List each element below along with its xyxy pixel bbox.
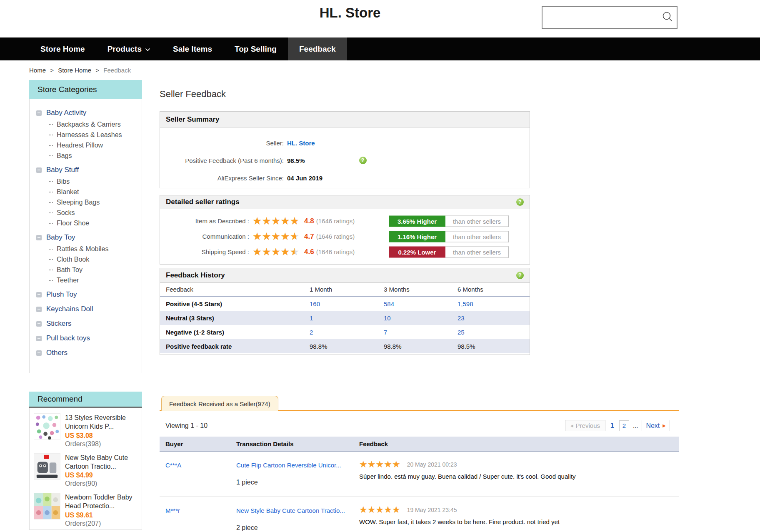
history-count-link[interactable]: 23 bbox=[458, 315, 530, 322]
seller-summary-panel: Seller Summary Seller: HL. Store Positiv… bbox=[160, 111, 530, 188]
sidebar-subcategory[interactable]: Sleeping Bags bbox=[57, 199, 100, 206]
sidebar-category-baby-toy[interactable]: Baby Toy bbox=[46, 233, 75, 242]
history-row-rate: Positive feedback rate 98.8% 98.8% 98.5% bbox=[160, 339, 530, 353]
collapse-icon[interactable] bbox=[36, 321, 42, 327]
transaction-link[interactable]: Cute Flip Cartoon Reversible Unicor... bbox=[236, 462, 341, 469]
sidebar-category-others[interactable]: Others bbox=[46, 349, 68, 357]
history-rate-value: 98.5% bbox=[458, 343, 530, 350]
history-count-link[interactable]: 1 bbox=[310, 315, 384, 322]
star-rating bbox=[252, 216, 299, 226]
feedback-date: 20 May 2021 00:23 bbox=[407, 461, 457, 468]
dash-icon bbox=[49, 181, 53, 182]
sidebar-category-stickers[interactable]: Stickers bbox=[46, 320, 71, 328]
page-button-2[interactable]: 2 bbox=[619, 420, 629, 431]
search-button[interactable] bbox=[658, 7, 677, 28]
sidebar-subcategory[interactable]: Rattles & Mobiles bbox=[57, 245, 109, 253]
product-thumbnail[interactable] bbox=[34, 493, 60, 520]
sidebar-category-baby-stuff[interactable]: Baby Stuff bbox=[46, 166, 79, 174]
dash-icon bbox=[49, 249, 53, 250]
history-count-link[interactable]: 10 bbox=[384, 315, 458, 322]
collapse-icon[interactable] bbox=[36, 350, 42, 356]
breadcrumb-home[interactable]: Home bbox=[29, 67, 46, 74]
sidebar-subcategory[interactable]: Teether bbox=[57, 277, 79, 284]
history-count-link[interactable]: 25 bbox=[458, 329, 530, 336]
feedback-row: M***r New Style Baby Cute Cartoon Tracti… bbox=[160, 497, 679, 532]
sidebar-subcategory[interactable]: Backpacks & Carriers bbox=[57, 121, 121, 128]
search-box bbox=[542, 6, 678, 29]
help-icon[interactable]: ? bbox=[516, 272, 524, 279]
help-icon[interactable]: ? bbox=[516, 198, 524, 206]
summary-row-positive-feedback: Positive Feedback (Past 6 months): 98.5%… bbox=[160, 152, 530, 169]
sidebar-category-pull-back-toys[interactable]: Pull back toys bbox=[46, 334, 90, 342]
breadcrumb-store-home[interactable]: Store Home bbox=[58, 67, 91, 74]
sidebar-subcategory[interactable]: Cloth Book bbox=[57, 256, 89, 263]
pagination-divider bbox=[642, 420, 642, 431]
dash-icon bbox=[49, 212, 53, 213]
product-name[interactable]: 13 Styles Reversible Unicorn Kids P... bbox=[65, 413, 138, 431]
store-categories-title: Store Categories bbox=[29, 80, 142, 99]
collapse-icon[interactable] bbox=[36, 110, 42, 116]
row-label: Negative (1-2 Stars) bbox=[166, 329, 310, 336]
recommend-product[interactable]: Newborn Toddler Baby Head Protectio... U… bbox=[34, 493, 138, 527]
collapse-icon[interactable] bbox=[36, 167, 42, 173]
feedback-comment: WOW. Super fast, it takes 2 weeks to be … bbox=[359, 518, 679, 525]
recommend-product[interactable]: 13 Styles Reversible Unicorn Kids P... U… bbox=[34, 413, 138, 448]
history-row-positive: Positive (4-5 Stars) 160 584 1,598 bbox=[160, 297, 530, 311]
previous-button[interactable]: ◀Previous bbox=[565, 420, 605, 431]
transaction-link[interactable]: New Style Baby Cute Cartoon Tractio... bbox=[236, 507, 345, 514]
sidebar-category-plush-toy[interactable]: Plush Toy bbox=[46, 290, 77, 299]
viewing-range: Viewing 1 - 10 bbox=[165, 422, 208, 430]
seller-name-link[interactable]: HL. Store bbox=[287, 140, 315, 147]
collapse-icon[interactable] bbox=[36, 235, 42, 240]
collapse-icon[interactable] bbox=[36, 292, 42, 297]
next-arrow-icon: ▶ bbox=[662, 423, 666, 428]
sidebar-subcategory[interactable]: Headrest Pillow bbox=[57, 142, 103, 149]
collapse-icon[interactable] bbox=[36, 307, 42, 312]
help-icon[interactable]: ? bbox=[359, 157, 367, 164]
tab-feedback-received[interactable]: Feedback Received as a Seller(974) bbox=[161, 396, 278, 411]
page-button-1[interactable]: 1 bbox=[609, 422, 615, 430]
product-orders: Orders(207) bbox=[65, 520, 138, 527]
sidebar-subcategory[interactable]: Blanket bbox=[57, 188, 79, 196]
search-input[interactable] bbox=[542, 7, 658, 28]
product-price: US $4.99 bbox=[65, 472, 138, 479]
sidebar-subcategory[interactable]: Bags bbox=[57, 152, 72, 160]
product-thumbnail[interactable] bbox=[34, 453, 60, 480]
product-name[interactable]: Newborn Toddler Baby Head Protectio... bbox=[65, 493, 138, 511]
rating-row-item-as-described: Item as Described : 4.8 (1646 ratings) 3… bbox=[160, 213, 530, 229]
sidebar-subcategory[interactable]: Floor Shoe bbox=[57, 220, 89, 227]
store-title: HL. Store bbox=[320, 5, 381, 21]
history-count-link[interactable]: 1,598 bbox=[458, 300, 530, 307]
buyer-link[interactable]: C***A bbox=[165, 462, 181, 469]
category-list: Baby Activity Backpacks & Carriers Harne… bbox=[29, 99, 142, 373]
nav-top-selling[interactable]: Top Selling bbox=[223, 37, 288, 60]
product-name[interactable]: New Style Baby Cute Cartoon Tractio... bbox=[65, 453, 138, 471]
nav-feedback[interactable]: Feedback bbox=[288, 37, 347, 60]
quantity: 2 piece bbox=[236, 524, 359, 532]
product-orders: Orders(90) bbox=[65, 480, 138, 487]
sidebar-subcategory[interactable]: Bibs bbox=[57, 178, 70, 185]
feedback-history-panel: Feedback History ? Feedback 1 Month 3 Mo… bbox=[160, 268, 530, 355]
history-count-link[interactable]: 584 bbox=[384, 300, 458, 307]
nav-products[interactable]: Products bbox=[96, 37, 162, 60]
history-count-link[interactable]: 2 bbox=[310, 329, 384, 336]
recommend-product[interactable]: New Style Baby Cute Cartoon Tractio... U… bbox=[34, 453, 138, 488]
buyer-link[interactable]: M***r bbox=[165, 507, 180, 514]
sidebar-subcategory[interactable]: Harnesses & Leashes bbox=[57, 131, 122, 139]
sidebar-subcategory[interactable]: Socks bbox=[57, 209, 75, 217]
next-button[interactable]: Next▶ bbox=[646, 422, 666, 430]
nav-store-home[interactable]: Store Home bbox=[29, 37, 96, 60]
product-thumbnail[interactable] bbox=[34, 413, 60, 440]
product-price: US $9.61 bbox=[65, 512, 138, 519]
rating-label: Communication : bbox=[160, 233, 249, 240]
breadcrumb-separator: > bbox=[50, 67, 54, 74]
sidebar-category-baby-activity[interactable]: Baby Activity bbox=[46, 109, 86, 117]
history-count-link[interactable]: 160 bbox=[310, 300, 384, 307]
nav-sale-items[interactable]: Sale Items bbox=[162, 37, 223, 60]
sidebar-subcategory[interactable]: Bath Toy bbox=[57, 266, 82, 274]
collapse-icon[interactable] bbox=[36, 336, 42, 341]
column-header-transaction: Transaction Details bbox=[236, 440, 359, 447]
sidebar-category-keychains-doll[interactable]: Keychains Doll bbox=[46, 305, 93, 313]
category-group: Pull back toys bbox=[36, 333, 138, 344]
history-count-link[interactable]: 7 bbox=[384, 329, 458, 336]
